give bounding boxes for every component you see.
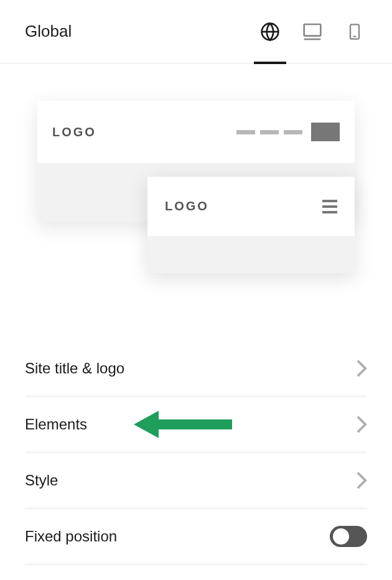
mobile-preview-header: LOGO	[147, 177, 355, 236]
mobile-logo-placeholder: LOGO	[165, 199, 209, 213]
header: Global	[0, 0, 392, 63]
hamburger-icon	[322, 200, 337, 213]
globe-device-button[interactable]	[258, 19, 282, 44]
nav-button-placeholder	[311, 123, 340, 141]
device-toggle-group	[258, 19, 367, 44]
style-item[interactable]: Style	[25, 452, 367, 508]
settings-list: Site title & logo Elements Style Fixed p…	[0, 340, 392, 564]
mobile-preview: LOGO	[147, 177, 355, 273]
site-title-logo-item[interactable]: Site title & logo	[25, 340, 367, 396]
settings-label: Site title & logo	[25, 360, 124, 377]
settings-label: Style	[25, 472, 58, 489]
desktop-preview-header: LOGO	[37, 101, 355, 163]
toggle-thumb	[333, 528, 349, 545]
chevron-right-icon	[356, 416, 367, 433]
elements-item[interactable]: Elements	[25, 396, 367, 452]
mobile-device-button[interactable]	[342, 19, 367, 44]
settings-label: Elements	[25, 416, 87, 433]
desktop-icon	[302, 22, 322, 42]
fixed-position-toggle[interactable]	[330, 526, 367, 547]
svg-marker-6	[134, 411, 232, 438]
settings-label: Fixed position	[25, 528, 117, 545]
fixed-position-item: Fixed position	[25, 508, 367, 564]
desktop-device-button[interactable]	[300, 19, 325, 44]
chevron-right-icon	[356, 360, 367, 377]
nav-link-placeholder	[236, 130, 255, 134]
nav-link-placeholder	[260, 130, 279, 134]
chevron-right-icon	[356, 472, 367, 489]
nav-link-placeholder	[284, 130, 302, 134]
svg-rect-2	[304, 24, 321, 36]
desktop-logo-placeholder: LOGO	[52, 125, 96, 139]
preview-area: LOGO LOGO	[0, 63, 392, 253]
globe-icon	[260, 22, 280, 42]
page-title: Global	[25, 22, 72, 41]
annotation-arrow-icon	[134, 408, 233, 441]
desktop-nav-placeholder	[236, 123, 340, 141]
mobile-icon	[346, 22, 363, 42]
